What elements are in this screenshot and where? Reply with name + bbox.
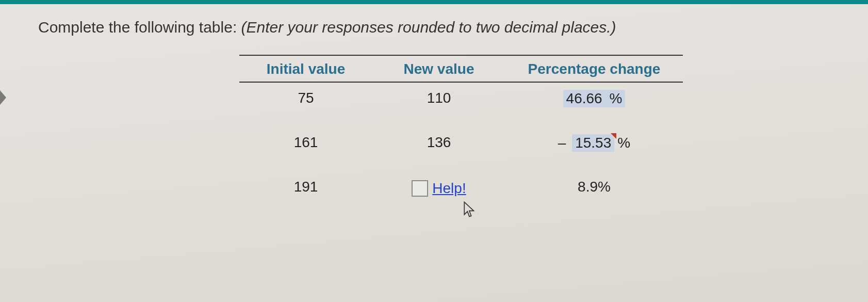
data-table-wrap: Initial value New value Percentage chang… [239, 55, 683, 200]
data-table-body: 75 110 46.66 % 161 136 – 15.53% [239, 87, 683, 200]
table-rule-header [239, 82, 683, 83]
cell-initial: 191 [239, 176, 372, 200]
cell-newval-input: Help! [372, 176, 505, 200]
header-initial-value: Initial value [239, 59, 372, 80]
answer-highlight: 46.66 % [563, 90, 626, 107]
percent-sign: % [609, 90, 622, 106]
table-row: 75 110 46.66 % [239, 87, 683, 131]
cell-newval: 136 [372, 131, 505, 176]
answer-value: 46.66 [566, 90, 602, 106]
percent-sign: % [617, 135, 630, 151]
cell-initial: 75 [239, 87, 372, 131]
table-row: 161 136 – 15.53% [239, 131, 683, 176]
instruction-prefix: Complete the following table: [38, 19, 241, 36]
answer-value: 8.9% [578, 179, 611, 195]
table-rule-top [239, 55, 683, 56]
mouse-cursor-icon [463, 201, 476, 220]
minus-sign: – [558, 135, 570, 151]
header-new-value: New value [372, 59, 505, 80]
table-row: 191 Help! 8.9% [239, 176, 683, 200]
cell-pct: 46.66 % [505, 87, 683, 131]
cell-pct: 8.9% [505, 176, 683, 200]
table-header-row: Initial value New value Percentage chang… [239, 59, 683, 80]
cell-pct: – 15.53% [505, 131, 683, 176]
data-table: Initial value New value Percentage chang… [239, 59, 683, 80]
question-content: Complete the following table: (Enter you… [0, 4, 868, 200]
cell-initial: 161 [239, 131, 372, 176]
collapse-left-icon[interactable] [0, 90, 6, 105]
help-link[interactable]: Help! [432, 180, 466, 197]
new-value-input[interactable] [412, 180, 428, 197]
header-percentage-change: Percentage change [505, 59, 683, 80]
instruction-italic: (Enter your responses rounded to two dec… [241, 19, 616, 36]
instruction-text: Complete the following table: (Enter you… [38, 19, 868, 36]
app-top-accent [0, 0, 868, 4]
cell-newval: 110 [372, 87, 505, 131]
answer-value: 15.53 [575, 135, 611, 151]
answer-highlight: 15.53 [572, 134, 614, 152]
